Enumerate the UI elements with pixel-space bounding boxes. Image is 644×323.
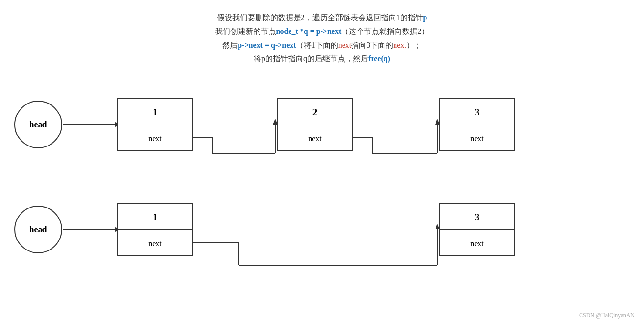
- watermark: CSDN @HaiQinyanAN: [579, 312, 634, 319]
- highlight-code1: node_t *q = p->next: [276, 27, 342, 35]
- node3-value: 3: [440, 99, 514, 125]
- description-box: 假设我们要删除的数据是2，遍历全部链表会返回指向1的指针p 我们创建新的节点no…: [60, 5, 584, 72]
- node2-next: next: [278, 125, 352, 152]
- node1-next: next: [118, 125, 192, 152]
- node1-value-d2: 1: [118, 204, 192, 230]
- head-circle-1: head: [14, 101, 62, 148]
- highlight-next1: next: [338, 41, 352, 49]
- node3-box-d2: 3 next: [439, 203, 515, 256]
- highlight-p1: p: [423, 13, 427, 21]
- diagram1: head 1 next 2 next 3 next: [10, 77, 634, 172]
- node1-value: 1: [118, 99, 192, 125]
- node1-box-d2: 1 next: [117, 203, 193, 256]
- highlight-code2: p->next = q->next: [238, 41, 296, 49]
- head-label-1: head: [29, 120, 47, 130]
- node3-next: next: [440, 125, 514, 152]
- desc-line-1: 假设我们要删除的数据是2，遍历全部链表会返回指向1的指针p: [70, 11, 574, 25]
- diagram2-arrows: [10, 182, 634, 277]
- node1-next-d2: next: [118, 230, 192, 257]
- diagram2: head 1 next 3 next: [10, 182, 634, 277]
- desc-line-2: 我们创建新的节点node_t *q = p->next（这个节点就指向数据2）: [70, 25, 574, 39]
- desc-line-4: 将p的指针指向q的后继节点，然后free(q): [70, 52, 574, 66]
- node3-next-d2: next: [440, 230, 514, 257]
- node1-box: 1 next: [117, 98, 193, 151]
- node2-box: 2 next: [277, 98, 353, 151]
- head-label-2: head: [29, 225, 47, 235]
- node3-value-d2: 3: [440, 204, 514, 230]
- highlight-next2: next: [393, 41, 406, 49]
- head-circle-2: head: [14, 206, 62, 253]
- node2-value: 2: [278, 99, 352, 125]
- highlight-free: free(q): [368, 54, 390, 63]
- page-container: 假设我们要删除的数据是2，遍历全部链表会返回指向1的指针p 我们创建新的节点no…: [0, 0, 644, 323]
- desc-line-3: 然后p->next = q->next（将1下面的next指向3下面的next）…: [70, 39, 574, 52]
- node3-box: 3 next: [439, 98, 515, 151]
